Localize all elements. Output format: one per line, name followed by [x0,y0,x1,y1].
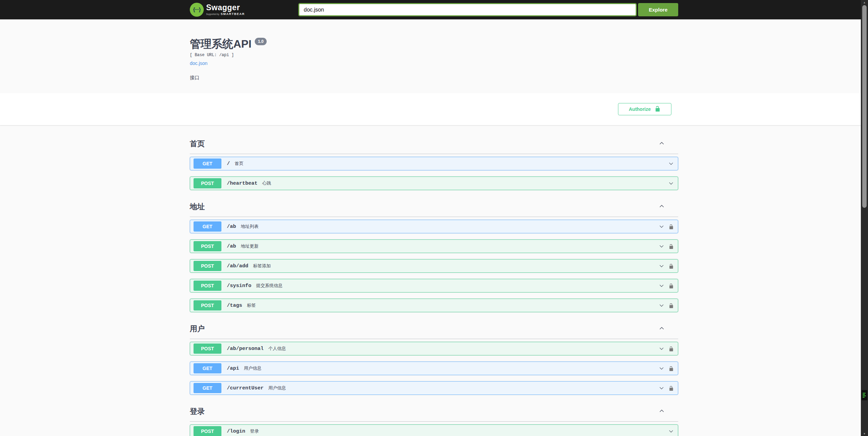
operation-summary: 心跳 [262,180,271,186]
operations-area: 首页 GET / 首页 POST /heartbeat 心跳 [186,125,682,436]
section-title: 首页 [190,139,205,149]
spec-doc-link[interactable]: doc.json [190,61,207,66]
operation-path: /ab/personal [227,346,264,352]
vertical-scrollbar[interactable]: ▲ ▼ [861,0,868,436]
operation-summary: 标签 [247,302,256,308]
unlocked-padlock-icon[interactable] [669,283,674,289]
method-badge: GET [194,363,221,373]
explore-button[interactable]: Explore [638,3,678,16]
chevron-down-icon[interactable] [659,224,664,229]
operation-path: /ab [227,224,236,230]
unlocked-padlock-icon[interactable] [669,385,674,391]
operation-path: /api [227,366,239,371]
section-title: 地址 [190,202,205,212]
operation-path: /ab/add [227,263,248,269]
unlocked-padlock-icon[interactable] [669,263,674,269]
base-url: [ Base URL: /api ] [190,53,678,57]
operation-row[interactable]: GET /api 用户信息 [190,362,678,375]
method-badge: POST [194,178,221,188]
unlocked-padlock-icon[interactable] [669,366,674,371]
chevron-down-icon[interactable] [668,161,674,166]
operation-row[interactable]: GET /currentUser 用户信息 [190,381,678,395]
chevron-down-icon[interactable] [668,429,674,434]
operation-row[interactable]: GET /ab 地址列表 [190,220,678,233]
operation-summary: 用户信息 [268,385,286,391]
scrollbar-up-arrow[interactable]: ▲ [861,0,868,5]
chevron-up-icon[interactable] [659,140,665,148]
authorize-button[interactable]: Authorize [618,103,671,115]
brand-sub-name: SMARTBEAR [221,13,245,16]
section-header-login[interactable]: 登录 [190,401,678,422]
brand-sub-prefix: Supported by [206,13,219,16]
method-badge: POST [194,343,221,354]
chevron-up-icon[interactable] [659,325,665,333]
unlocked-padlock-icon[interactable] [669,224,674,230]
chevron-down-icon[interactable] [668,181,674,186]
method-badge: POST [194,241,221,251]
method-badge: POST [194,426,221,436]
topbar: {···} Swagger Supported by SMARTBEAR Exp… [0,0,868,19]
method-badge: GET [194,221,221,232]
chevron-down-icon[interactable] [659,283,664,288]
chevron-up-icon[interactable] [659,408,665,415]
operation-row[interactable]: POST /login 登录 [190,424,678,436]
method-badge: GET [194,158,221,169]
operation-summary: 首页 [235,161,244,167]
operation-summary: 地址更新 [241,243,258,249]
operation-path: /tags [227,303,242,308]
brand-name: Swagger [206,4,245,12]
swagger-logo-icon: {···} [190,3,204,17]
chevron-down-icon[interactable] [659,303,664,308]
unlocked-padlock-icon[interactable] [669,346,674,352]
api-description: 接口 [190,75,678,81]
method-badge: GET [194,383,221,393]
operation-row[interactable]: POST /ab 地址更新 [190,239,678,253]
operation-path: /heartbeat [227,181,257,186]
section-header-address[interactable]: 地址 [190,196,678,217]
scrollbar-marker [862,390,867,400]
page-title: 管理系统API [190,38,251,49]
operation-row[interactable]: POST /ab/personal 个人信息 [190,342,678,355]
version-badge: 1.0 [255,38,267,45]
method-badge: POST [194,281,221,291]
chevron-down-icon[interactable] [659,244,664,249]
unlocked-padlock-icon [655,105,661,113]
operation-summary: 地址列表 [241,223,258,230]
method-badge: POST [194,261,221,271]
chevron-up-icon[interactable] [659,203,665,211]
operation-summary: 提交系统信息 [256,283,283,289]
operation-path: /sysinfo [227,283,251,289]
chevron-down-icon[interactable] [659,263,664,269]
chevron-down-icon[interactable] [659,346,664,351]
unlocked-padlock-icon[interactable] [669,244,674,249]
operation-row[interactable]: POST /sysinfo 提交系统信息 [190,279,678,292]
section-header-home[interactable]: 首页 [190,133,678,154]
operation-summary: 个人信息 [268,346,286,352]
operation-row[interactable]: POST /tags 标签 [190,299,678,312]
operation-summary: 登录 [250,428,259,434]
operation-path: /currentUser [227,385,264,391]
api-info-section: 管理系统API 1.0 [ Base URL: /api ] doc.json … [186,19,682,93]
method-badge: POST [194,300,221,311]
operation-row[interactable]: GET / 首页 [190,157,678,170]
operation-summary: 用户信息 [244,365,262,371]
authorize-label: Authorize [629,106,651,112]
operation-summary: 标签添加 [253,263,271,269]
scrollbar-down-arrow[interactable]: ▼ [861,431,868,436]
chevron-down-icon[interactable] [659,385,664,391]
unlocked-padlock-icon[interactable] [669,303,674,308]
operation-row[interactable]: POST /ab/add 标签添加 [190,259,678,273]
section-title: 用户 [190,324,205,334]
operation-path: /login [227,429,245,434]
spec-url-input[interactable] [298,3,637,16]
swagger-brand-link[interactable]: {···} Swagger Supported by SMARTBEAR [190,3,245,17]
operation-path: /ab [227,244,236,249]
section-title: 登录 [190,406,205,417]
scrollbar-thumb[interactable] [862,5,867,208]
section-header-user[interactable]: 用户 [190,318,678,339]
operation-row[interactable]: POST /heartbeat 心跳 [190,177,678,190]
scheme-container: Authorize [0,93,868,125]
operation-path: / [227,161,230,167]
chevron-down-icon[interactable] [659,366,664,371]
